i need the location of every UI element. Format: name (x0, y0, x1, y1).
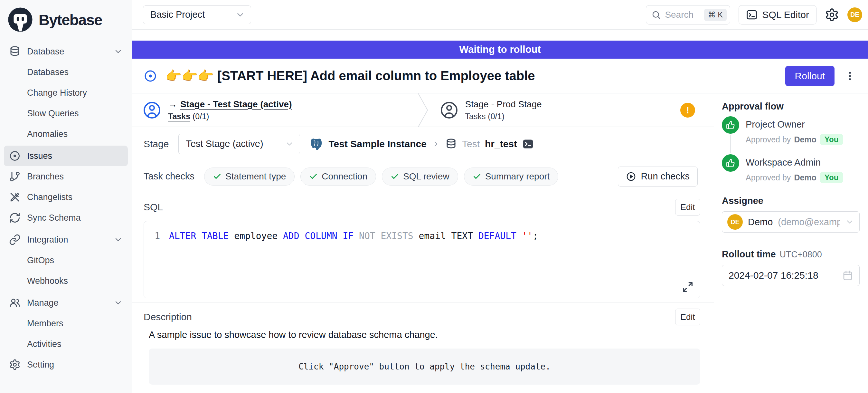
sidebar-item-database[interactable]: Database (4, 41, 128, 62)
sidebar-item-webhooks[interactable]: Webhooks (4, 271, 128, 291)
sidebar-item-databases[interactable]: Databases (4, 62, 128, 83)
check-icon (391, 172, 399, 181)
sidebar-item-branches[interactable]: Branches (4, 166, 128, 187)
postgres-icon (310, 137, 323, 151)
check-statement-type[interactable]: Statement type (204, 168, 294, 186)
content: → Stage - Test Stage (active) Tasks (0/1… (132, 93, 868, 393)
stage-select[interactable]: Test Stage (active) (178, 134, 300, 154)
description-code-block: Click "Approve" button to apply the sche… (149, 349, 700, 385)
project-selector-value: Basic Project (150, 9, 205, 20)
changelist-icon (9, 191, 21, 203)
sidebar-item-change-history[interactable]: Change History (4, 83, 128, 103)
sidebar-item-label: Databases (27, 67, 69, 77)
check-sql-review[interactable]: SQL review (382, 168, 458, 186)
sidebar-item-sync-schema[interactable]: Sync Schema (4, 207, 128, 228)
sidebar-item-members[interactable]: Members (4, 313, 128, 334)
approval-connector (730, 135, 731, 153)
check-summary-report[interactable]: Summary report (464, 168, 559, 186)
sql-editor[interactable]: 1ALTER TABLE employee ADD COLUMN IF NOT … (144, 221, 700, 298)
topbar: Basic Project Search ⌘ K SQL Editor DE (132, 0, 868, 30)
search-icon (651, 10, 661, 20)
check-label: Statement type (225, 171, 286, 182)
search-input[interactable]: Search ⌘ K (646, 5, 730, 25)
issue-title: 👉👉👉 [START HERE] Add email column to Emp… (165, 68, 777, 84)
chevron-down-icon (114, 47, 123, 56)
sidebar-item-label: Integration (27, 235, 68, 245)
approved-thumb-icon (722, 116, 739, 134)
assignee-select[interactable]: DE Demo (demo@example (722, 211, 860, 233)
sql-editor-button[interactable]: SQL Editor (739, 5, 816, 25)
stage-tab-test[interactable]: → Stage - Test Stage (active) Tasks (0/1… (132, 93, 417, 127)
project-selector[interactable]: Basic Project (143, 5, 251, 24)
check-label: Connection (322, 171, 367, 182)
stage-name: Stage - Prod Stage (465, 99, 542, 109)
check-icon (309, 172, 318, 181)
stage-tab-prod[interactable]: Stage - Prod Stage Tasks (0/1) (429, 93, 714, 127)
main-column: Basic Project Search ⌘ K SQL Editor DE W… (132, 0, 868, 393)
sidebar-item-anomalies[interactable]: Anomalies (4, 124, 128, 144)
user-avatar[interactable]: DE (847, 7, 862, 22)
rollout-button[interactable]: Rollout (785, 66, 835, 86)
you-badge: You (820, 172, 843, 183)
sidebar-item-setting[interactable]: Setting (4, 354, 128, 375)
assignee-name: Demo (748, 217, 773, 228)
assignee-email: (demo@example (778, 217, 840, 228)
database-link[interactable]: hr_test (485, 139, 517, 149)
description-edit-button[interactable]: Edit (675, 309, 700, 325)
sidebar-item-issues[interactable]: Issues (4, 146, 128, 166)
tasks-count: (0/1) (192, 112, 209, 121)
line-number: 1 (144, 230, 169, 243)
sidebar-item-integration[interactable]: Integration (4, 229, 128, 250)
play-circle-icon (626, 171, 636, 182)
settings-gear-icon[interactable] (825, 8, 839, 22)
issue-sidebar: Approval flow Project Owner Approved by … (714, 93, 868, 393)
approver-name: Demo (794, 173, 816, 182)
stage-tab-text: Stage - Prod Stage Tasks (0/1) (465, 99, 542, 121)
sidebar-item-changelists[interactable]: Changelists (4, 187, 128, 207)
sidebar: Bytebase Database Databases Change Histo… (0, 0, 132, 393)
stage-person-icon (440, 101, 458, 119)
tasks-link[interactable]: Tasks (168, 112, 190, 121)
sql-section: SQL Edit 1ALTER TABLE employee ADD COLUM… (132, 192, 714, 298)
stage-label: Stage (144, 139, 169, 149)
calendar-icon (842, 270, 854, 281)
sidebar-item-manage[interactable]: Manage (4, 293, 128, 313)
sidebar-item-activities[interactable]: Activities (4, 334, 128, 354)
approval-step: Workspace Admin Approved by Demo You (722, 154, 860, 183)
sql-code-line: 1ALTER TABLE employee ADD COLUMN IF NOT … (144, 230, 700, 243)
status-banner: Waiting to rollout (132, 40, 868, 59)
top-gap (132, 30, 868, 40)
task-checks-label: Task checks (144, 171, 194, 182)
database-breadcrumb: Test Sample Instance Test hr_test (310, 137, 534, 151)
run-checks-label: Run checks (641, 171, 690, 182)
open-sql-editor-icon[interactable] (522, 138, 534, 150)
check-label: SQL review (403, 171, 450, 182)
rollout-time-title: Rollout time (722, 249, 776, 260)
chevron-down-icon (114, 298, 123, 307)
gear-icon (9, 359, 21, 370)
description-section: Description Edit A sample issue to showc… (132, 302, 714, 385)
sql-section-title: SQL (144, 202, 163, 213)
check-connection[interactable]: Connection (300, 168, 376, 186)
tasks-label: Tasks (465, 112, 486, 121)
description-section-title: Description (144, 311, 192, 323)
sidebar-item-label: GitOps (27, 255, 54, 266)
stage-tabs: → Stage - Test Stage (active) Tasks (0/1… (132, 93, 714, 127)
sql-edit-button[interactable]: Edit (675, 199, 700, 215)
more-menu-button[interactable] (843, 66, 857, 86)
stage-attention-icon: ! (680, 103, 695, 118)
rollout-time-input[interactable]: 2024-02-07 16:25:18 (722, 265, 860, 286)
expand-icon[interactable] (681, 280, 694, 294)
sidebar-item-label: Anomalies (27, 129, 68, 139)
run-checks-button[interactable]: Run checks (618, 167, 698, 186)
sidebar-item-gitops[interactable]: GitOps (4, 250, 128, 271)
sidebar-item-slow-queries[interactable]: Slow Queries (4, 103, 128, 124)
sidebar-item-label: Issues (27, 151, 52, 161)
chevron-down-icon (114, 235, 123, 244)
stage-separator (417, 93, 429, 127)
bytebase-logo[interactable]: Bytebase (4, 4, 128, 40)
environment-label: Test (462, 139, 480, 149)
instance-link[interactable]: Test Sample Instance (329, 139, 427, 149)
sidebar-item-label: Manage (27, 298, 59, 308)
check-label: Summary report (485, 171, 550, 182)
